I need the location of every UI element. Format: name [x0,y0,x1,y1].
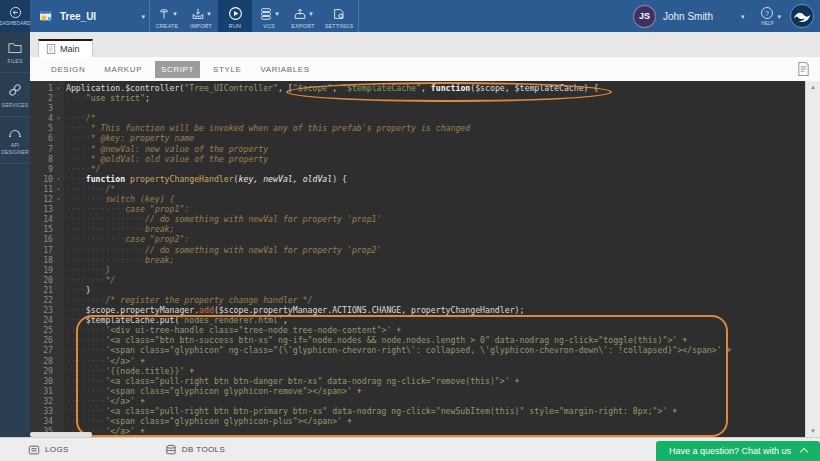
code-line[interactable]: Application.$controller("Tree_UIControll… [66,83,806,93]
format-code-icon[interactable] [796,61,811,77]
help-caret-icon[interactable]: ▾ [777,13,781,20]
gutter-line-number[interactable]: 16 [30,234,64,244]
toolbar-vcs-button[interactable]: ▾ VCS [252,0,286,32]
gutter-line-number[interactable]: 30 [30,376,64,386]
code-line[interactable]: ····$templateCache.put('nodes_renderer.h… [66,315,806,325]
gutter-line-number[interactable]: 14 [30,214,64,224]
gutter-line-number[interactable]: 4▾ [30,113,64,123]
tab-design[interactable]: DESIGN [45,61,91,78]
code-line[interactable]: ····} [66,285,806,295]
sidebar-item-files[interactable]: FILES [0,32,30,73]
gutter-line-number[interactable]: 20 [30,275,64,285]
code-line[interactable]: ········/* register the property change … [66,295,806,305]
gutter-line-number[interactable]: 11▾ [30,184,64,194]
gutter-line-number[interactable]: 33 [30,406,64,416]
gutter-line-number[interactable]: 1▾ [30,83,64,93]
chat-with-us-button[interactable]: Have a question? Chat with us [656,441,820,461]
db-tools-button[interactable]: DB TOOLS [165,444,225,456]
toolbar-import-button[interactable]: ▾ IMPORT [184,0,218,32]
sidebar-item-services[interactable]: SERVICES [0,73,30,117]
code-line[interactable]: ········'<span class="glyphicon glyphico… [66,386,806,396]
toolbar-create-button[interactable]: ▾ CREATE [150,0,184,32]
code-line[interactable]: ·····* @key: property name [66,133,806,143]
code-line[interactable]: ········} [66,265,806,275]
gutter-line-number[interactable]: 6 [30,133,64,143]
editor-code[interactable]: Application.$controller("Tree_UIControll… [64,81,806,437]
gutter-line-number[interactable]: 34 [30,416,64,426]
code-line[interactable]: ·····*/ [66,164,806,174]
scroll-up-arrow-icon[interactable]: ▲ [806,82,820,92]
user-avatar[interactable]: JS [633,5,656,28]
tab-variables[interactable]: VARIABLES [254,61,315,78]
tab-style[interactable]: STYLE [207,61,247,78]
code-line[interactable]: ·····* @newVal: new value of the propert… [66,144,806,154]
fold-toggle-icon[interactable]: ▾ [53,184,64,194]
code-line[interactable]: ·····* @oldVal: old value of the propert… [66,154,806,164]
gutter-line-number[interactable]: 19 [30,265,64,275]
code-line[interactable]: ················// do something with new… [66,214,806,224]
code-line[interactable]: ········/* [66,184,806,194]
code-line[interactable]: ········'</a>' + [66,356,806,366]
gutter-line-number[interactable]: 17 [30,245,64,255]
code-line[interactable]: ········'<span class="glyphicon glyphico… [66,416,806,426]
gutter-line-number[interactable]: 8 [30,154,64,164]
gutter-line-number[interactable]: 27 [30,345,64,355]
tab-script[interactable]: SCRIPT [155,61,200,78]
code-line[interactable]: ········*/ [66,275,806,285]
gutter-line-number[interactable]: 28 [30,356,64,366]
logs-button[interactable]: LOGS [28,444,69,456]
gutter-line-number[interactable]: 21 [30,285,64,295]
gutter-line-number[interactable]: 26 [30,335,64,345]
code-line[interactable]: ········'<a class="pull-right btn btn-pr… [66,406,806,416]
code-line[interactable]: ············case "prop1": [66,204,806,214]
code-line[interactable]: ····function propertyChangeHandler(key, … [66,174,806,184]
gutter-line-number[interactable]: 22 [30,295,64,305]
code-line[interactable]: ········'<a class="btn btn-success btn-x… [66,335,806,345]
gutter-line-number[interactable]: 24 [30,315,64,325]
code-line[interactable]: ········switch (key) { [66,194,806,204]
toolbar-export-button[interactable]: ▾ EXPORT [286,0,320,32]
editor-vertical-scrollbar[interactable]: ▲ ▼ [805,81,820,437]
code-line[interactable]: ················break; [66,255,806,265]
code-line[interactable]: ········'</a>' + [66,426,806,436]
toolbar-settings-button[interactable]: SETTINGS [320,0,358,32]
project-menu[interactable]: Tree_UI ▾ [39,0,149,32]
code-line[interactable]: ········'</a>' + [66,396,806,406]
gutter-line-number[interactable]: 13 [30,204,64,214]
gutter-line-number[interactable]: 10▾ [30,174,64,184]
help-button[interactable]: ? HELP [760,6,774,26]
fold-toggle-icon[interactable]: ▾ [53,174,64,184]
code-line[interactable]: ········'{{node.title}}' + [66,366,806,376]
gutter-line-number[interactable]: 31 [30,386,64,396]
gutter-line-number[interactable]: 3 [30,103,64,113]
code-line[interactable]: ············case "prop2": [66,234,806,244]
gutter-line-number[interactable]: 18 [30,255,64,265]
gutter-line-number[interactable]: 29 [30,366,64,376]
gutter-line-number[interactable]: 5 [30,123,64,133]
gutter-line-number[interactable]: 12▾ [30,194,64,204]
fold-toggle-icon[interactable]: ▾ [53,113,64,123]
tab-main[interactable]: Main [38,39,93,57]
sidebar-item-api-designer[interactable]: API DESIGNER [0,117,30,164]
scroll-down-arrow-icon[interactable]: ▼ [806,426,820,436]
gutter-line-number[interactable]: 25 [30,325,64,335]
user-menu-caret-icon[interactable]: ▾ [741,13,745,20]
code-line[interactable]: ················break; [66,224,806,234]
code-line[interactable]: ················// do something with new… [66,245,806,255]
fold-toggle-icon[interactable]: ▾ [53,83,64,93]
code-line[interactable]: ········'<a class="pull-right btn btn-da… [66,376,806,386]
gutter-line-number[interactable]: 9 [30,164,64,174]
fold-toggle-icon[interactable]: ▾ [53,194,64,204]
code-line[interactable]: ····$scope.propertyManager.add($scope.pr… [66,305,806,315]
code-line[interactable]: ····"use strict"; [66,93,806,103]
dashboard-button[interactable]: DASHBOARD [0,0,30,32]
editor-gutter[interactable]: 1▾234▾5678910▾11▾12▾13141516171819202122… [30,81,64,437]
gutter-line-number[interactable]: 32 [30,396,64,406]
toolbar-run-button[interactable]: RUN [218,0,252,32]
code-line[interactable]: ····/* [66,113,806,123]
code-line[interactable]: ········'<span class="glyphicon" ng-clas… [66,345,806,355]
gutter-line-number[interactable]: 7 [30,144,64,154]
code-line[interactable]: ········'<div ui-tree-handle class="tree… [66,325,806,335]
gutter-line-number[interactable]: 15 [30,224,64,234]
tab-markup[interactable]: MARKUP [98,61,148,78]
